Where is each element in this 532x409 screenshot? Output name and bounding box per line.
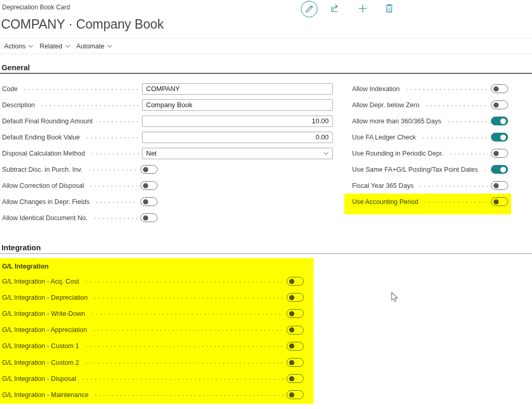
toggle-allow-correction-of-disposal[interactable] bbox=[140, 181, 158, 190]
toggle-allow-identical-document-no[interactable] bbox=[140, 213, 158, 222]
menu-related[interactable]: Related bbox=[40, 43, 70, 50]
dotted-leader bbox=[483, 170, 488, 171]
toggle-knob bbox=[143, 199, 148, 204]
toggle-allow-depr-below-zero[interactable] bbox=[491, 100, 508, 109]
toggle-allow-changes-in-depr-fields[interactable] bbox=[140, 197, 158, 206]
field-row-g-l-integration-maintenance: G/L Integration - Maintenance bbox=[0, 387, 304, 403]
section-divider-general bbox=[0, 73, 532, 74]
toggle-use-accounting-period[interactable] bbox=[491, 197, 508, 206]
toggle-use-same-fa-g-l-posting-tax-point-dates[interactable] bbox=[491, 165, 508, 174]
menu-actions[interactable]: Actions bbox=[4, 43, 33, 50]
toggle-allow-indexation[interactable] bbox=[491, 84, 508, 93]
field-label-allow-correction-of-disposal: Allow Correction of Disposal bbox=[2, 182, 84, 189]
field-label-allow-changes-in-depr-fields: Allow Changes in Depr. Fields bbox=[2, 198, 89, 206]
field-label-code: Code bbox=[2, 85, 18, 93]
input-description[interactable]: Company Book bbox=[142, 99, 333, 111]
dotted-leader bbox=[81, 379, 283, 380]
toggle-knob bbox=[289, 360, 294, 365]
field-label-fiscal-year-365-days: Fiscal Year 365 Days bbox=[352, 182, 413, 189]
dotted-leader bbox=[90, 154, 139, 155]
field-row-allow-identical-document-no: Allow Identical Document No. bbox=[0, 210, 158, 226]
dotted-leader bbox=[98, 121, 139, 122]
share-icon[interactable] bbox=[330, 3, 341, 14]
menu-label: Related bbox=[40, 43, 62, 50]
field-row-disposal-calculation-method: Disposal Calculation MethodNet bbox=[0, 145, 333, 161]
section-header-general[interactable]: General bbox=[2, 63, 30, 72]
field-row-description: DescriptionCompany Book bbox=[0, 97, 333, 113]
input-default-ending-book-value[interactable]: 0.00 bbox=[142, 132, 333, 143]
toggle-allow-more-than-360-365-days[interactable] bbox=[491, 117, 508, 125]
toggle-knob bbox=[289, 327, 294, 333]
menu-label: Actions bbox=[4, 43, 25, 50]
field-label-use-same-fa-g-l-posting-tax-point-dates: Use Same FA+G/L Posting/Tax Point Dates bbox=[352, 166, 478, 173]
dotted-leader bbox=[84, 363, 283, 364]
integration-column: G/L IntegrationG/L Integration - Acq. Co… bbox=[0, 260, 304, 403]
field-row-g-l-integration-write-down: G/L Integration - Write-Down bbox=[0, 305, 304, 322]
delete-icon[interactable] bbox=[384, 3, 394, 14]
toggle-knob bbox=[494, 103, 499, 108]
field-row-g-l-integration-custom-2: G/L Integration - Custom 2 bbox=[0, 354, 304, 370]
field-row-allow-correction-of-disposal: Allow Correction of Disposal bbox=[0, 177, 158, 194]
edit-icon[interactable] bbox=[301, 1, 318, 18]
chevron-down-icon bbox=[107, 45, 112, 48]
dotted-leader bbox=[92, 330, 283, 331]
field-row-default-final-rounding-amount: Default Final Rounding Amount10.00 bbox=[0, 113, 333, 129]
toggle-fiscal-year-365-days[interactable] bbox=[491, 181, 508, 190]
toggle-g-l-integration-disposal[interactable] bbox=[287, 374, 304, 383]
field-label-disposal-calculation-method: Disposal Calculation Method bbox=[2, 150, 85, 157]
menu-automate[interactable]: Automate bbox=[76, 43, 112, 50]
field-row-fiscal-year-365-days: Fiscal Year 365 Days bbox=[350, 177, 508, 194]
field-row-default-ending-book-value: Default Ending Book Value0.00 bbox=[0, 129, 333, 145]
toggle-knob bbox=[500, 134, 506, 140]
dotted-leader bbox=[40, 105, 139, 106]
field-row-g-l-integration-disposal: G/L Integration - Disposal bbox=[0, 370, 304, 387]
field-label-default-final-rounding-amount: Default Final Rounding Amount bbox=[2, 118, 93, 125]
dotted-leader bbox=[23, 89, 139, 90]
dotted-leader bbox=[93, 218, 138, 219]
toggle-g-l-integration-custom-2[interactable] bbox=[287, 358, 304, 367]
section-header-integration[interactable]: Integration bbox=[2, 244, 41, 252]
field-label-allow-more-than-360-365-days: Allow more than 360/365 Days bbox=[352, 118, 442, 125]
field-label-g-l-integration-write-down: G/L Integration - Write-Down bbox=[2, 310, 85, 317]
toggle-knob bbox=[494, 199, 499, 204]
dotted-leader bbox=[95, 202, 137, 203]
general-left-column: CodeCOMPANYDescriptionCompany BookDefaul… bbox=[0, 81, 333, 226]
dotted-leader bbox=[447, 121, 488, 122]
toggle-g-l-integration-appreciation[interactable] bbox=[287, 326, 304, 335]
toggle-knob bbox=[494, 86, 499, 92]
add-icon[interactable] bbox=[358, 4, 368, 14]
field-label-allow-identical-document-no: Allow Identical Document No. bbox=[2, 214, 88, 222]
field-row-g-l-integration-acq-cost: G/L Integration - Acq. Cost bbox=[0, 273, 304, 289]
toggle-knob bbox=[289, 311, 294, 316]
toggle-use-rounding-in-periodic-depr[interactable] bbox=[491, 149, 508, 158]
toggle-knob bbox=[500, 118, 506, 124]
dotted-leader bbox=[87, 170, 137, 171]
field-row-allow-changes-in-depr-fields: Allow Changes in Depr. Fields bbox=[0, 194, 158, 210]
input-code[interactable]: COMPANY bbox=[142, 83, 333, 95]
toggle-subtract-disc-in-purch-inv[interactable] bbox=[140, 165, 158, 174]
field-label-g-l-integration-depreciation: G/L Integration - Depreciation bbox=[2, 294, 88, 301]
action-bar: ActionsRelatedAutomate bbox=[0, 38, 532, 54]
field-label-g-l-integration-custom-2: G/L Integration - Custom 2 bbox=[2, 359, 79, 366]
toggle-use-fa-ledger-check[interactable] bbox=[491, 133, 508, 142]
group-row-gl-integration: G/L Integration bbox=[0, 260, 304, 273]
input-default-final-rounding-amount[interactable]: 10.00 bbox=[142, 116, 333, 127]
field-label-g-l-integration-maintenance: G/L Integration - Maintenance bbox=[2, 391, 88, 399]
toggle-knob bbox=[143, 215, 148, 221]
toggle-g-l-integration-custom-1[interactable] bbox=[287, 342, 304, 351]
field-row-use-same-fa-g-l-posting-tax-point-dates: Use Same FA+G/L Posting/Tax Point Dates bbox=[350, 161, 508, 177]
select-disposal-calculation-method[interactable]: Net bbox=[142, 148, 333, 159]
field-row-use-rounding-in-periodic-depr: Use Rounding in Periodic Depr. bbox=[350, 145, 508, 161]
general-right-column: Allow IndexationAllow Depr. below ZeroAl… bbox=[350, 81, 508, 210]
field-row-g-l-integration-appreciation: G/L Integration - Appreciation bbox=[0, 322, 304, 338]
field-label-g-l-integration-custom-1: G/L Integration - Custom 1 bbox=[2, 342, 79, 350]
toggle-g-l-integration-write-down[interactable] bbox=[287, 309, 304, 318]
dotted-leader bbox=[423, 202, 488, 203]
dotted-leader bbox=[89, 186, 137, 187]
field-label-g-l-integration-appreciation: G/L Integration - Appreciation bbox=[2, 326, 87, 334]
toggle-g-l-integration-acq-cost[interactable] bbox=[287, 277, 304, 286]
toggle-g-l-integration-depreciation[interactable] bbox=[287, 293, 304, 302]
toggle-knob bbox=[500, 167, 506, 172]
toggle-g-l-integration-maintenance[interactable] bbox=[287, 390, 304, 399]
field-row-code: CodeCOMPANY bbox=[0, 81, 333, 97]
